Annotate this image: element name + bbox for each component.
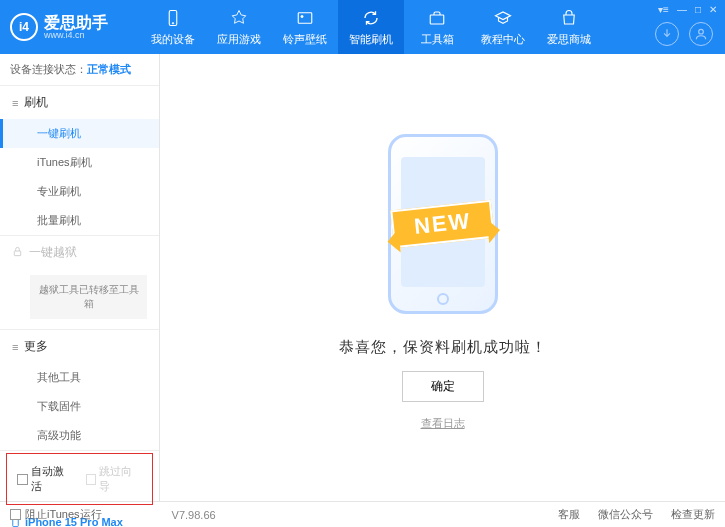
sidebar-item-advanced[interactable]: 高级功能 <box>0 421 159 450</box>
app-logo: i4 爱思助手 www.i4.cn <box>10 13 140 41</box>
svg-rect-2 <box>298 13 312 24</box>
ok-button[interactable]: 确定 <box>402 371 484 402</box>
sidebar-item-download-firmware[interactable]: 下载固件 <box>0 392 159 421</box>
expand-icon: ≡ <box>12 97 18 109</box>
sidebar-item-oneclick-flash[interactable]: 一键刷机 <box>0 119 159 148</box>
graduation-icon <box>492 7 514 29</box>
apps-icon <box>228 7 250 29</box>
phone-icon <box>162 7 184 29</box>
checkbox-auto-activate[interactable]: 自动激活 <box>17 464 74 494</box>
sidebar-section-jailbreak: 一键越狱 <box>0 236 159 269</box>
minimize-icon[interactable]: — <box>677 4 687 15</box>
svg-point-5 <box>699 29 704 34</box>
nav-store[interactable]: 爱思商城 <box>536 0 602 54</box>
svg-rect-6 <box>14 251 20 256</box>
view-log-link[interactable]: 查看日志 <box>421 416 465 431</box>
top-nav: 我的设备 应用游戏 铃声壁纸 智能刷机 工具箱 教程中心 爱思商城 <box>140 0 602 54</box>
svg-point-1 <box>172 23 174 25</box>
maximize-icon[interactable]: □ <box>695 4 701 15</box>
app-title: 爱思助手 <box>44 15 108 31</box>
checkbox-block-itunes[interactable]: 阻止iTunes运行 <box>10 507 102 522</box>
lock-icon <box>12 246 23 260</box>
nav-ringtone-wallpaper[interactable]: 铃声壁纸 <box>272 0 338 54</box>
success-illustration: NEW <box>343 124 543 324</box>
checkbox-skip-guide: 跳过向导 <box>86 464 143 494</box>
footer-link-wechat[interactable]: 微信公众号 <box>598 507 653 522</box>
sidebar-item-batch-flash[interactable]: 批量刷机 <box>0 206 159 235</box>
device-status: 设备连接状态：正常模式 <box>0 54 159 86</box>
expand-icon: ≡ <box>12 341 18 353</box>
bag-icon <box>558 7 580 29</box>
main-content: NEW 恭喜您，保资料刷机成功啦！ 确定 查看日志 <box>160 54 725 501</box>
close-icon[interactable]: ✕ <box>709 4 717 15</box>
success-message: 恭喜您，保资料刷机成功啦！ <box>339 338 547 357</box>
version-label: V7.98.66 <box>172 509 216 521</box>
nav-tutorials[interactable]: 教程中心 <box>470 0 536 54</box>
image-icon <box>294 7 316 29</box>
sidebar-section-more[interactable]: ≡ 更多 <box>0 330 159 363</box>
sidebar-item-other-tools[interactable]: 其他工具 <box>0 363 159 392</box>
refresh-icon <box>360 7 382 29</box>
footer-link-support[interactable]: 客服 <box>558 507 580 522</box>
download-button[interactable] <box>655 22 679 46</box>
highlighted-options-box: 自动激活 跳过向导 <box>6 453 153 505</box>
user-button[interactable] <box>689 22 713 46</box>
toolbox-icon <box>426 7 448 29</box>
sidebar-item-pro-flash[interactable]: 专业刷机 <box>0 177 159 206</box>
sidebar-item-itunes-flash[interactable]: iTunes刷机 <box>0 148 159 177</box>
svg-point-3 <box>301 15 303 17</box>
window-controls: ▾≡ — □ ✕ <box>658 4 717 15</box>
footer-link-update[interactable]: 检查更新 <box>671 507 715 522</box>
nav-apps-games[interactable]: 应用游戏 <box>206 0 272 54</box>
jailbreak-note: 越狱工具已转移至工具箱 <box>30 275 147 319</box>
sidebar: 设备连接状态：正常模式 ≡ 刷机 一键刷机 iTunes刷机 专业刷机 批量刷机… <box>0 54 160 501</box>
app-header: i4 爱思助手 www.i4.cn 我的设备 应用游戏 铃声壁纸 智能刷机 工具… <box>0 0 725 54</box>
sidebar-section-flash[interactable]: ≡ 刷机 <box>0 86 159 119</box>
logo-icon: i4 <box>10 13 38 41</box>
nav-toolbox[interactable]: 工具箱 <box>404 0 470 54</box>
svg-rect-4 <box>430 15 444 24</box>
app-subtitle: www.i4.cn <box>44 31 108 40</box>
menu-icon[interactable]: ▾≡ <box>658 4 669 15</box>
nav-my-device[interactable]: 我的设备 <box>140 0 206 54</box>
nav-smart-flash[interactable]: 智能刷机 <box>338 0 404 54</box>
